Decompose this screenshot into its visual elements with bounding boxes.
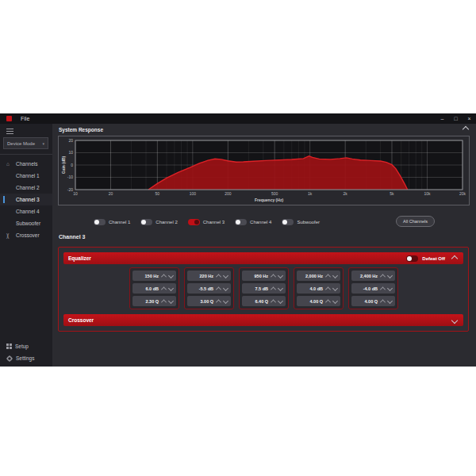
freq-value[interactable]: 2,000 Hz <box>300 274 323 278</box>
increment-icon[interactable] <box>161 286 167 292</box>
decrement-icon[interactable] <box>332 273 338 278</box>
svg-text:Gain (dB): Gain (dB) <box>61 155 66 174</box>
channel-toggle-label: Channel 1 <box>109 220 130 225</box>
gain-stepper[interactable]: -5.5 dB <box>187 283 231 294</box>
gain-stepper[interactable]: 6.0 dB <box>132 283 176 294</box>
channel-toggle[interactable] <box>282 219 294 225</box>
device-mode-dropdown[interactable]: Device Mode ▾ <box>3 137 48 149</box>
increment-icon[interactable] <box>380 299 386 305</box>
increment-icon[interactable] <box>325 299 331 305</box>
q-value[interactable]: 3.00 Q <box>190 299 213 304</box>
decrement-icon[interactable] <box>387 298 393 304</box>
crossover-title: Crossover <box>63 317 94 323</box>
crossover-header[interactable]: Crossover <box>63 314 463 326</box>
decrement-icon[interactable] <box>278 273 283 278</box>
menu-file[interactable]: File <box>16 116 34 121</box>
q-stepper[interactable]: 4.00 Q <box>351 296 395 306</box>
q-stepper[interactable]: 6.40 Q <box>242 296 286 306</box>
equalizer-header[interactable]: Equalizer Defeat Off <box>63 252 463 264</box>
q-stepper[interactable]: 4.00 Q <box>297 296 340 306</box>
freq-stepper[interactable]: 2,000 Hz <box>297 271 340 281</box>
increment-icon[interactable] <box>380 286 386 292</box>
hamburger-menu-icon[interactable] <box>6 129 13 134</box>
sidebar-item-settings[interactable]: Settings <box>0 352 52 364</box>
eq-band: 950 Hz 7.5 dB 6.40 Q <box>239 267 289 309</box>
decrement-icon[interactable] <box>223 273 228 278</box>
chevron-up-icon[interactable] <box>451 255 458 261</box>
device-mode-label: Device Mode <box>7 141 35 146</box>
freq-value[interactable]: 950 Hz <box>245 274 268 278</box>
freq-stepper[interactable]: 950 Hz <box>242 271 286 281</box>
increment-icon[interactable] <box>216 299 221 305</box>
increment-icon[interactable] <box>271 274 276 279</box>
gain-value[interactable]: 6.0 dB <box>136 286 159 291</box>
chevron-up-icon[interactable] <box>463 126 469 132</box>
decrement-icon[interactable] <box>223 298 228 304</box>
increment-icon[interactable] <box>216 286 221 292</box>
gain-stepper[interactable]: -4.0 dB <box>351 283 395 294</box>
decrement-icon[interactable] <box>387 273 393 278</box>
sidebar-item-channel-1[interactable]: Channel 1 <box>0 170 52 182</box>
freq-stepper[interactable]: 150 Hz <box>132 271 176 281</box>
maximize-button[interactable]: □ <box>449 113 463 124</box>
decrement-icon[interactable] <box>278 298 283 304</box>
decrement-icon[interactable] <box>278 286 283 291</box>
close-button[interactable]: × <box>463 113 476 124</box>
gain-value[interactable]: -5.5 dB <box>190 286 213 291</box>
increment-icon[interactable] <box>380 274 386 279</box>
decrement-icon[interactable] <box>223 286 228 291</box>
freq-stepper[interactable]: 220 Hz <box>187 271 231 281</box>
minimize-button[interactable]: – <box>436 113 449 124</box>
increment-icon[interactable] <box>271 299 276 305</box>
sidebar-item-channels[interactable]: ⌂ Channels <box>0 158 52 170</box>
channel-toggle[interactable] <box>235 219 247 225</box>
gain-value[interactable]: -4.0 dB <box>355 286 378 291</box>
window-controls: – □ × <box>436 113 476 124</box>
decrement-icon[interactable] <box>168 273 174 278</box>
channel-toggle[interactable] <box>94 219 106 225</box>
defeat-toggle[interactable] <box>406 255 418 262</box>
svg-text:-20: -20 <box>67 187 73 192</box>
decrement-icon[interactable] <box>332 286 338 291</box>
freq-value[interactable]: 150 Hz <box>136 274 159 278</box>
gain-stepper[interactable]: 4.0 dB <box>297 283 340 294</box>
decrement-icon[interactable] <box>168 298 174 304</box>
decrement-icon[interactable] <box>387 286 393 291</box>
increment-icon[interactable] <box>161 299 167 305</box>
freq-stepper[interactable]: 2,400 Hz <box>351 271 395 281</box>
channel-toggle[interactable] <box>188 219 200 225</box>
increment-icon[interactable] <box>325 274 331 279</box>
eq-bands-row: 150 Hz 6.0 dB 2.30 Q 220 Hz -5.5 dB 3.00… <box>129 267 398 309</box>
all-channels-button[interactable]: All Channels <box>396 216 435 227</box>
q-value[interactable]: 4.00 Q <box>300 299 323 304</box>
sidebar-item-channel-4[interactable]: Channel 4 <box>0 205 52 217</box>
freq-value[interactable]: 2,400 Hz <box>355 274 378 278</box>
increment-icon[interactable] <box>216 274 221 279</box>
gain-value[interactable]: 4.0 dB <box>300 286 323 291</box>
gain-stepper[interactable]: 7.5 dB <box>242 283 286 294</box>
eq-band: 2,400 Hz -4.0 dB 4.00 Q <box>348 267 398 309</box>
q-value[interactable]: 6.40 Q <box>245 299 268 304</box>
increment-icon[interactable] <box>325 286 331 292</box>
gain-value[interactable]: 7.5 dB <box>245 286 268 291</box>
q-value[interactable]: 4.00 Q <box>355 299 378 304</box>
channel-toggle[interactable] <box>140 219 152 225</box>
sidebar-item-label: Channel 4 <box>16 209 40 214</box>
freq-value[interactable]: 220 Hz <box>190 274 213 278</box>
sidebar-item-label: Channels <box>16 161 37 167</box>
system-response-graph-panel: 1020501002005001k2k5k10k20k20100-10-20Fr… <box>58 136 470 205</box>
decrement-icon[interactable] <box>168 286 174 291</box>
q-value[interactable]: 2.30 Q <box>136 299 159 304</box>
decrement-icon[interactable] <box>332 298 338 304</box>
q-stepper[interactable]: 3.00 Q <box>187 296 231 306</box>
sidebar-item-crossover[interactable]: )( Crossover <box>0 229 52 241</box>
increment-icon[interactable] <box>271 286 276 292</box>
sidebar-item-channel-2[interactable]: Channel 2 <box>0 182 52 194</box>
chevron-down-icon[interactable] <box>451 317 458 323</box>
sidebar-item-setup[interactable]: Setup <box>0 340 52 352</box>
channel-toggle-label: Subwoofer <box>297 220 320 225</box>
sidebar-item-subwoofer[interactable]: Subwoofer <box>0 217 52 229</box>
q-stepper[interactable]: 2.30 Q <box>132 296 176 306</box>
increment-icon[interactable] <box>161 274 167 279</box>
sidebar-item-channel-3[interactable]: Channel 3 <box>0 194 52 205</box>
